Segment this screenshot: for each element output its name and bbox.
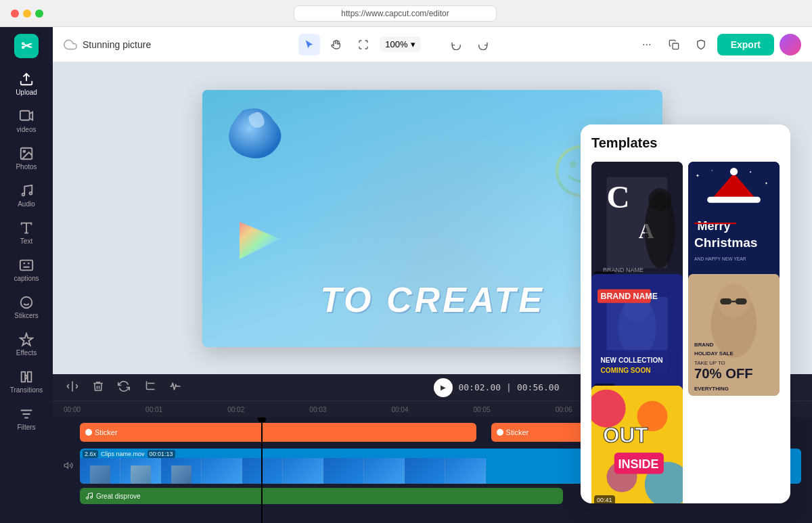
svg-marker-11	[240, 222, 280, 259]
sticker-label-1: Sticker	[95, 428, 118, 436]
app-logo[interactable]: ✂	[13, 32, 40, 60]
url-bar[interactable]: https://www.capcut.com/editor	[294, 5, 497, 22]
svg-text:✦: ✦	[749, 170, 752, 174]
toolbar-right: ··· Export	[636, 34, 801, 55]
undo-button[interactable]	[445, 34, 467, 55]
template-card-brand[interactable]: BRAND NAME NEW COLLECTION COMING SOON 00…	[591, 274, 683, 396]
sidebar-item-photos[interactable]: Photos	[3, 141, 49, 177]
ruler-mark-3: 00:03	[309, 406, 391, 413]
blob-decoration	[223, 104, 290, 164]
svg-rect-48	[720, 298, 731, 304]
video-thumb-5	[242, 458, 283, 484]
tpl-fashion-bg: C A BRAND NAME 00:21	[591, 162, 683, 283]
template-card-inside[interactable]: OUT INSIDE 00:41	[591, 386, 683, 503]
svg-rect-49	[736, 298, 747, 304]
cloud-icon	[64, 38, 77, 51]
svg-text:NEW COLLECTION: NEW COLLECTION	[601, 356, 663, 363]
sidebar-label-audio: Audio	[18, 200, 35, 208]
cursor-icon	[304, 39, 315, 50]
sidebar-label-videos: videos	[17, 126, 37, 134]
audio-clip[interactable]: Great disprove	[80, 488, 563, 504]
shield-button[interactable]	[690, 34, 712, 55]
user-avatar[interactable]	[780, 34, 801, 55]
zoom-value: 100%	[385, 39, 407, 49]
video-duration: 00:01:13	[148, 450, 175, 458]
audio-label: Great disprove	[96, 493, 141, 500]
crop-button[interactable]	[141, 378, 158, 398]
svg-text:AND HAPPY NEW YEAR: AND HAPPY NEW YEAR	[694, 256, 746, 261]
svg-text:✦: ✦	[696, 173, 700, 178]
transitions-icon	[19, 369, 34, 384]
play-button[interactable]: ▶	[434, 378, 453, 397]
toolbar-logo-area: Stunning picture	[64, 38, 151, 51]
copy-button[interactable]	[663, 34, 685, 55]
sidebar-item-transitions[interactable]: Transitions	[3, 364, 49, 400]
sidebar-item-filters[interactable]: Filters	[3, 401, 49, 437]
ruler-mark-5: 00:05	[474, 406, 556, 413]
redo-button[interactable]	[472, 34, 494, 55]
video-track-header: 2.6x Clips name.mov 00:01:13	[83, 450, 175, 458]
sticker-clip-1[interactable]: Sticker	[80, 423, 476, 442]
tpl-brand-bg: BRAND NAME NEW COLLECTION COMING SOON 00…	[591, 274, 683, 396]
cursor-tool-button[interactable]	[298, 34, 320, 55]
sidebar-label-captions: captions	[14, 275, 39, 283]
export-button[interactable]: Export	[717, 34, 774, 55]
sidebar-item-audio[interactable]: Audio	[3, 178, 49, 214]
toolbar-tools: 100% ▾	[164, 34, 627, 55]
video-thumb-2	[120, 458, 161, 484]
sidebar-item-text[interactable]: Text	[3, 215, 49, 251]
loop-icon	[118, 380, 130, 392]
sidebar-item-upload[interactable]: Upload	[3, 66, 49, 102]
svg-text:Christmas: Christmas	[694, 235, 757, 250]
sidebar-item-captions[interactable]: captions	[3, 252, 49, 288]
template-card-christmas[interactable]: ✦ ✦ ✦ ✦ ✦ Merry Chr	[688, 162, 780, 283]
svg-text:TAKE UP TO: TAKE UP TO	[694, 360, 725, 366]
holiday-template-art: BRAND HOLIDAY SALE TAKE UP TO 70% OFF EV…	[688, 274, 780, 396]
svg-text:EVERYTHING: EVERYTHING	[694, 386, 729, 392]
ruler-mark-2: 00:02	[227, 406, 309, 413]
volume-icon-container	[64, 461, 77, 472]
playhead[interactable]	[261, 417, 263, 523]
template-card-holiday[interactable]: BRAND HOLIDAY SALE TAKE UP TO 70% OFF EV…	[688, 274, 780, 396]
effects-icon	[19, 332, 34, 347]
svg-rect-33	[694, 223, 736, 224]
sidebar-label-text: Text	[20, 237, 32, 246]
delete-icon	[92, 380, 104, 392]
svg-text:HOLIDAY SALE: HOLIDAY SALE	[694, 350, 734, 357]
photos-icon	[19, 146, 34, 161]
more-options-button[interactable]: ···	[636, 34, 658, 55]
copy-icon	[669, 39, 679, 50]
svg-text:70% OFF: 70% OFF	[694, 366, 753, 381]
expand-icon	[358, 39, 369, 50]
split-button[interactable]	[64, 378, 81, 398]
zoom-control[interactable]: 100% ▾	[380, 37, 420, 52]
sidebar-item-effects[interactable]: Effects	[3, 327, 49, 363]
audio-waveform-button[interactable]	[166, 378, 184, 398]
close-dot[interactable]	[11, 9, 19, 18]
ellipsis-icon: ···	[642, 39, 651, 51]
arrow-decoration	[236, 219, 284, 266]
svg-point-14	[91, 497, 93, 499]
ruler-mark-0: 00:00	[64, 406, 145, 413]
fashion-template-art: C A BRAND NAME	[591, 162, 683, 283]
delete-button[interactable]	[89, 378, 107, 398]
sidebar-item-videos[interactable]: videos	[3, 104, 49, 139]
template-card-fashion[interactable]: C A BRAND NAME 00:21	[591, 162, 683, 283]
inside-template-art: OUT INSIDE	[591, 386, 683, 503]
svg-text:INSIDE: INSIDE	[618, 457, 658, 471]
ruler-mark-4: 00:04	[391, 406, 473, 413]
expand-tool-button[interactable]	[353, 34, 374, 55]
ruler-mark-1: 00:01	[145, 406, 227, 413]
svg-text:OUT: OUT	[603, 424, 648, 448]
sidebar-item-stickers[interactable]: Stikcers	[3, 290, 49, 325]
loop-button[interactable]	[115, 378, 133, 398]
svg-rect-5	[20, 260, 32, 271]
svg-rect-7	[673, 43, 679, 49]
hand-tool-button[interactable]	[325, 34, 347, 55]
tpl-holiday-bg: BRAND HOLIDAY SALE TAKE UP TO 70% OFF EV…	[688, 274, 780, 396]
maximize-dot[interactable]	[35, 9, 43, 18]
svg-rect-29	[707, 197, 761, 203]
minimize-dot[interactable]	[23, 9, 31, 18]
svg-text:BRAND NAME: BRAND NAME	[601, 292, 658, 301]
videos-icon	[19, 109, 34, 124]
